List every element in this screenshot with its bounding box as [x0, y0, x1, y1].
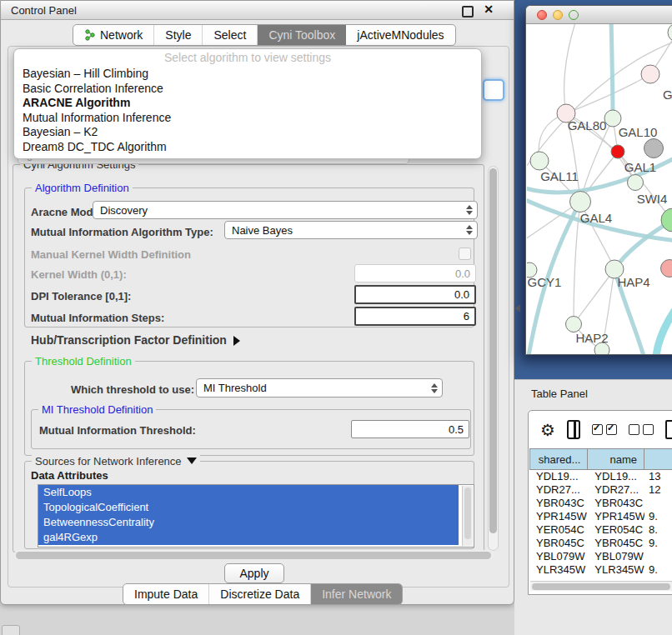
apply-button[interactable]: Apply [224, 563, 284, 583]
settings-vertical-scrollbar[interactable] [488, 166, 499, 551]
popup-item[interactable]: Mutual Information Inference [14, 111, 481, 126]
node-label: GAL11 [540, 169, 579, 183]
column-header[interactable]: shared... [529, 448, 588, 470]
sources-toggle[interactable]: Sources for Network Inference [32, 455, 200, 468]
control-panel-titlebar[interactable]: Control Panel ✕ [1, 1, 514, 20]
table-cell: YDR27... [588, 483, 644, 497]
minimized-widget-icon[interactable] [2, 625, 20, 635]
close-traffic-light[interactable] [537, 10, 547, 20]
network-node[interactable] [641, 65, 659, 83]
zoom-traffic-light[interactable] [569, 10, 579, 20]
network-node[interactable] [604, 110, 621, 127]
popup-item[interactable]: Bayesian – Hill Climbing [14, 67, 481, 82]
mi-steps-field[interactable]: 6 [354, 307, 476, 326]
control-panel-title: Control Panel [11, 4, 77, 17]
network-node-gal10[interactable] [644, 139, 664, 158]
gear-icon[interactable]: ⚙ [540, 422, 555, 438]
table-header-row: shared... name [529, 448, 672, 470]
mi-type-combo[interactable]: Naive Bayes [224, 221, 478, 239]
column-header[interactable] [644, 448, 672, 470]
inference-algorithm-combo-fragment[interactable] [483, 79, 504, 101]
network-canvas[interactable]: GAL80 GAL10 GAL1 GAL11 SWI4 GAL4 GCY1 HA… [527, 24, 672, 354]
table-row[interactable]: YER054CYER054C8. [529, 523, 672, 537]
tab-network[interactable]: Network [73, 25, 154, 45]
manual-kernel-checkbox[interactable] [459, 248, 471, 260]
table-horizontal-scrollbar[interactable] [530, 581, 672, 591]
float-window-icon[interactable] [462, 6, 474, 18]
kernel-width-field[interactable]: 0.0 [354, 264, 476, 282]
tab-jactivemnodules[interactable]: jActiveMNodules [346, 25, 454, 45]
table-row[interactable]: YBL079WYBL079W [529, 550, 672, 563]
table-row[interactable]: YBR043CYBR043C [529, 497, 672, 510]
table-cell: 9 [644, 577, 672, 578]
spinner-icon [431, 383, 438, 393]
list-item[interactable]: gal4RGexp [38, 530, 459, 545]
table-cell: YDL19... [588, 470, 644, 483]
table-cell: YBR045C [588, 537, 644, 550]
popup-item[interactable]: Bayesian – K2 [14, 125, 481, 140]
dpi-tolerance-field[interactable]: 0.0 [354, 285, 476, 304]
tab-infer-network[interactable]: Infer Network [311, 584, 402, 604]
table-row[interactable]: YDL19...YDL19...13 [529, 470, 672, 483]
table-row[interactable]: YLR345WYLR345W9. [529, 563, 672, 577]
tab-style[interactable]: Style [154, 25, 203, 45]
node-label: SWI4 [637, 192, 668, 206]
list-item[interactable]: SelfLoops [38, 485, 459, 500]
network-view-window: GAL80 GAL10 GAL1 GAL11 SWI4 GAL4 GCY1 HA… [525, 5, 672, 355]
table-cell: 9. [644, 563, 672, 577]
table-cell: 9. [644, 537, 672, 550]
table-row[interactable]: YIL052CYIL052C9 [529, 577, 672, 578]
node-label: GAL80 [568, 118, 607, 132]
tab-impute-data[interactable]: Impute Data [123, 584, 209, 604]
table-cell: YER054C [588, 523, 644, 537]
popup-item[interactable]: Basic Correlation Inference [14, 82, 481, 97]
table-cell: YLR345W [529, 563, 588, 577]
table-cell: YPR145W [588, 510, 644, 523]
table-cell: YBL079W [588, 550, 644, 563]
table-row[interactable]: YBR045CYBR045C9. [529, 537, 672, 550]
network-node-gal4[interactable] [570, 192, 591, 212]
table-panel-title: Table Panel [531, 388, 588, 400]
control-panel-window: Control Panel ✕ Network Style Select [0, 0, 514, 605]
columns-icon[interactable] [567, 420, 580, 439]
tab-cyni-toolbox[interactable]: Cyni Toolbox [258, 25, 346, 45]
mi-threshold-field[interactable]: 0.5 [351, 420, 469, 438]
node-label: HAP4 [617, 275, 649, 289]
panel-splitter-handle[interactable] [515, 304, 520, 312]
table-cell: 13 [644, 470, 672, 483]
network-node[interactable] [661, 260, 672, 278]
close-icon[interactable]: ✕ [484, 2, 494, 16]
tab-network-label: Network [100, 28, 143, 42]
hub-definition-toggle[interactable]: Hub/Transcription Factor Definition [31, 333, 240, 347]
network-node-gal11[interactable] [530, 152, 549, 170]
aracne-mode-combo[interactable]: Discovery [93, 201, 478, 219]
deselect-all-icon[interactable] [629, 424, 654, 435]
network-icon [84, 29, 96, 41]
list-item[interactable]: BetweennessCentrality [38, 515, 459, 530]
list-item[interactable]: TopologicalCoefficient [38, 500, 459, 515]
table-row[interactable]: YDR27...YDR27...12 [529, 483, 672, 497]
table-cell: YBR043C [588, 497, 644, 510]
which-threshold-combo[interactable]: MI Threshold [196, 378, 443, 398]
network-window-titlebar[interactable] [526, 6, 672, 24]
document-icon[interactable] [665, 420, 672, 439]
column-header[interactable]: name [588, 448, 644, 470]
which-threshold-label: Which threshold to use: [71, 383, 194, 396]
network-node-gal1[interactable] [628, 175, 644, 191]
popup-item[interactable]: Dream8 DC_TDC Algorithm [14, 140, 481, 155]
popup-item-selected[interactable]: ARACNE Algorithm [14, 96, 481, 111]
network-node-hap2[interactable] [566, 317, 582, 332]
tab-select[interactable]: Select [203, 25, 258, 45]
minimize-traffic-light[interactable] [553, 10, 563, 20]
table-cell: YDL19... [529, 470, 588, 483]
list-vertical-scrollbar[interactable] [462, 486, 473, 546]
network-node[interactable] [668, 24, 672, 42]
table-cell: YDR27... [529, 483, 588, 497]
table-cell: YBR043C [529, 497, 588, 510]
select-all-icon[interactable] [592, 424, 617, 435]
data-attributes-label: Data Attributes [31, 469, 108, 482]
network-node-selected-red[interactable] [611, 145, 624, 158]
table-row[interactable]: YPR145WYPR145W9. [529, 510, 672, 523]
tab-discretize-data[interactable]: Discretize Data [209, 584, 311, 604]
settings-horizontal-scrollbar[interactable] [14, 550, 494, 560]
